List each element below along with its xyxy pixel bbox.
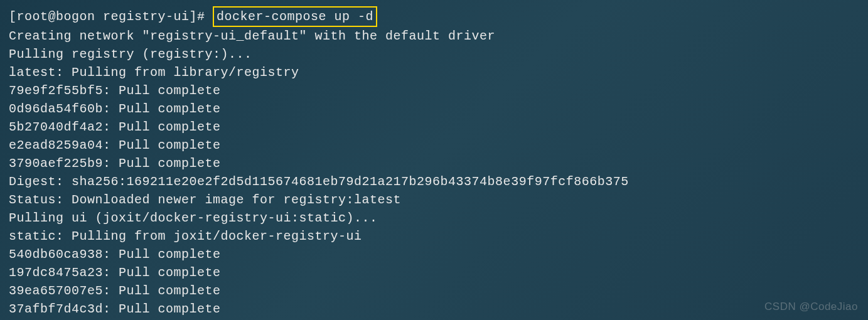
watermark-text: CSDN @CodeJiao xyxy=(764,299,858,315)
output-line: Digest: sha256:169211e20e2f2d5d115674681… xyxy=(9,173,859,191)
output-line: latest: Pulling from library/registry xyxy=(9,63,859,82)
output-line: 540db60ca938: Pull complete xyxy=(9,245,859,264)
output-line: 39ea657007e5: Pull complete xyxy=(9,282,859,300)
output-line: 37afbf7d4c3d: Pull complete xyxy=(9,300,859,318)
output-line: static: Pulling from joxit/docker-regist… xyxy=(9,227,859,245)
output-line: Pulling registry (registry:)... xyxy=(9,45,859,63)
output-line: 197dc8475a23: Pull complete xyxy=(9,264,859,282)
command-text: docker-compose up -d xyxy=(217,9,373,24)
output-line: 79e9f2f55bf5: Pull complete xyxy=(9,82,859,100)
output-line: Status: Downloaded newer image for regis… xyxy=(9,191,859,209)
output-line: 0d96da54f60b: Pull complete xyxy=(9,100,859,118)
highlighted-command: docker-compose up -d xyxy=(213,6,377,27)
terminal-prompt-line[interactable]: [root@bogon registry-ui]# docker-compose… xyxy=(9,6,859,27)
output-line: 3790aef225b9: Pull complete xyxy=(9,154,859,173)
output-line: Creating network "registry-ui_default" w… xyxy=(9,27,859,45)
output-line: e2ead8259a04: Pull complete xyxy=(9,136,859,154)
shell-prompt: [root@bogon registry-ui]# xyxy=(9,9,213,24)
output-line: 5b27040df4a2: Pull complete xyxy=(9,118,859,136)
output-line: Pulling ui (joxit/docker-registry-ui:sta… xyxy=(9,209,859,227)
